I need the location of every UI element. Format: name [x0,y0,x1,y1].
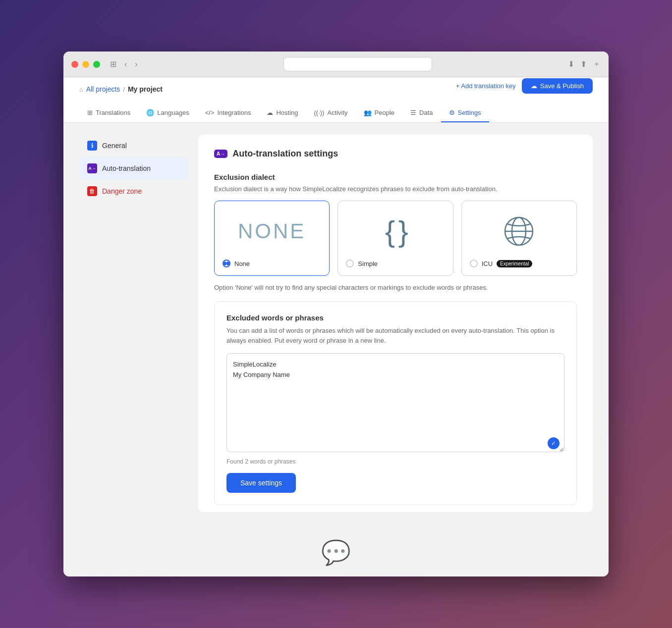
nav-tabs: ⊞ Translations 🌐 Languages </> Integrati… [79,104,593,122]
tab-activity[interactable]: ((·)) Activity [306,104,355,122]
auto-translation-icon: A→ [87,163,97,173]
tab-translations[interactable]: ⊞ Translations [79,104,138,122]
auto-translation-section-icon: A→ [214,150,227,158]
excluded-words-desc: You can add a list of words or phrases w… [226,326,564,345]
titlebar: ⊞ ‹ › localhost ⬇ ⬆ ＋ [63,52,609,77]
dialect-card-simple[interactable]: { } Simple [337,201,453,276]
dialect-card-icu[interactable]: ICU Experimental [461,201,577,276]
maximize-button[interactable] [93,61,100,68]
integrations-icon: </> [205,109,215,116]
save-publish-button[interactable]: ☁ Save & Publish [522,78,593,94]
info-icon: ℹ [87,141,97,151]
languages-icon: 🌐 [146,109,154,116]
add-translation-key-button[interactable]: + Add translation key [456,82,516,90]
chat-bubble: 💬 [63,529,609,576]
sidebar-danger-zone-label: Danger zone [102,187,142,195]
close-button[interactable] [71,61,78,68]
hosting-icon: ☁ [267,109,273,116]
tab-integrations[interactable]: </> Integrations [197,104,259,122]
sidebar-auto-translation-label: Auto-translation [102,164,151,172]
header-actions: + Add translation key ☁ Save & Publish [456,78,593,94]
sidebar-general-label: General [102,142,127,150]
share-icon[interactable]: ⬆ [580,59,587,69]
textarea-check-icon: ✓ [548,437,560,449]
people-icon: 👥 [364,109,372,116]
settings-sidebar: ℹ General A→ Auto-translation 🗑 Danger z… [79,135,188,512]
dialect-radio-none[interactable] [223,260,230,267]
activity-icon: ((·)) [314,109,324,116]
current-project-label: My project [128,85,163,93]
dialect-visual-none: NONE [238,209,306,254]
section-title: A→ Auto-translation settings [214,149,577,159]
exclusion-dialect-title: Exclusion dialect [214,173,577,181]
dialect-options: NONE None { } [214,201,577,276]
chat-icon[interactable]: 💬 [321,539,351,567]
experimental-badge: Experimental [497,260,532,267]
traffic-lights [71,61,100,68]
cloud-upload-icon: ☁ [531,82,537,90]
save-publish-label: Save & Publish [540,82,584,90]
option-note: Option 'None' will not try to find any s… [214,284,577,291]
dialect-visual-simple: { } [385,209,406,254]
main-layout: ℹ General A→ Auto-translation 🗑 Danger z… [63,123,609,524]
dialect-card-none[interactable]: NONE None [214,201,330,276]
dialect-visual-icu [502,209,536,254]
tab-data[interactable]: ☰ Data [402,104,441,122]
new-tab-icon[interactable]: ＋ [593,59,601,69]
forward-button[interactable]: › [133,58,139,71]
exclusion-dialect-desc: Exclusion dialect is a way how SimpleLoc… [214,185,577,193]
data-icon: ☰ [410,109,416,116]
app-content: ⌂ All projects / My project + Add transl… [63,77,609,576]
address-bar: localhost [158,57,558,71]
back-button[interactable]: ‹ [122,58,129,71]
dialect-label-simple: Simple [346,260,378,267]
tab-settings[interactable]: ⚙ Settings [441,104,489,122]
dialect-radio-icu[interactable] [470,260,478,267]
breadcrumb: ⌂ All projects / My project [79,85,163,93]
window-nav-controls: ⊞ ‹ › [108,57,140,71]
sidebar-toggle-button[interactable]: ⊞ [108,57,118,71]
save-settings-button[interactable]: Save settings [226,473,296,493]
translations-icon: ⊞ [87,109,93,116]
titlebar-actions: ⬇ ⬆ ＋ [568,59,601,69]
tab-hosting[interactable]: ☁ Hosting [259,104,306,122]
sidebar-item-general[interactable]: ℹ General [79,135,188,157]
sidebar-item-danger-zone[interactable]: 🗑 Danger zone [79,180,188,202]
excluded-words-title: Excluded words or phrases [226,314,564,322]
exclusion-dialect-section: Exclusion dialect Exclusion dialect is a… [214,173,577,291]
excluded-words-section: Excluded words or phrases You can add a … [214,301,577,505]
dialect-label-none: None [223,260,250,267]
settings-icon: ⚙ [449,109,455,116]
breadcrumb-separator: / [123,86,125,93]
found-count-label: Found 2 words or phrases [226,458,564,465]
download-icon[interactable]: ⬇ [568,59,574,69]
tab-people[interactable]: 👥 People [356,104,402,122]
excluded-words-textarea[interactable] [226,353,564,452]
content-area: A→ Auto-translation settings Exclusion d… [198,135,593,512]
globe-svg-icon [502,214,536,249]
excluded-textarea-wrapper: ✓ [226,353,564,454]
dialect-label-icu: ICU Experimental [470,260,533,267]
home-icon: ⌂ [79,86,83,93]
sidebar-item-auto-translation[interactable]: A→ Auto-translation [79,157,188,179]
trash-icon: 🗑 [87,186,97,196]
minimize-button[interactable] [82,61,89,68]
url-input[interactable]: localhost [283,57,432,71]
tab-languages[interactable]: 🌐 Languages [138,104,197,122]
app-window: ⊞ ‹ › localhost ⬇ ⬆ ＋ ⌂ All projects / M… [63,52,609,576]
dialect-radio-simple[interactable] [346,260,354,267]
all-projects-link[interactable]: All projects [86,85,120,93]
app-header: ⌂ All projects / My project + Add transl… [63,77,609,123]
